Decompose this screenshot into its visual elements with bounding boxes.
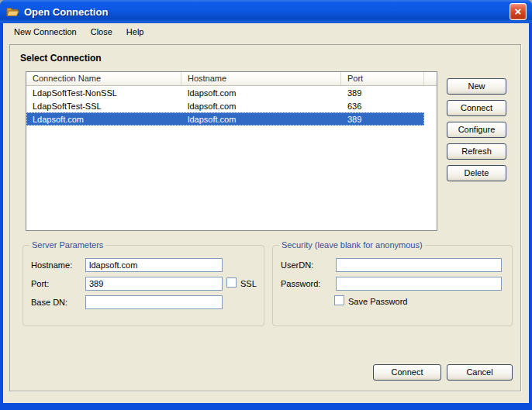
ssl-label: SSL xyxy=(240,279,257,288)
menu-help[interactable]: Help xyxy=(120,25,150,39)
new-button[interactable]: New xyxy=(447,78,506,95)
cell-port: 636 xyxy=(341,102,424,111)
table-row-selected[interactable]: Ldapsoft.com ldapsoft.com 389 xyxy=(26,112,424,126)
column-header-filler xyxy=(424,72,437,85)
table-row[interactable]: LdapSoftTest-NonSSL ldapsoft.com 389 xyxy=(26,86,424,99)
open-connection-dialog: Open Connection × New Connection Close H… xyxy=(0,0,532,410)
refresh-button[interactable]: Refresh xyxy=(447,143,506,160)
connect-side-button[interactable]: Connect xyxy=(447,100,506,116)
password-label: Password: xyxy=(281,279,320,288)
save-password-checkbox[interactable] xyxy=(334,295,344,305)
cell-connection-name: LdapSoftTest-NonSSL xyxy=(26,88,181,98)
security-group: Security (leave blank for anonymous) Use… xyxy=(272,245,513,326)
server-parameters-group: Server Parameters Hostname: Port: SSL Ba… xyxy=(22,245,264,326)
cell-hostname: ldapsoft.com xyxy=(181,115,341,124)
userdn-label: UserDN: xyxy=(281,260,313,270)
server-parameters-title: Server Parameters xyxy=(29,240,105,250)
ssl-checkbox[interactable] xyxy=(226,277,237,288)
cell-port: 389 xyxy=(341,88,424,98)
configure-button[interactable]: Configure xyxy=(447,122,506,138)
panel-title: Select Connection xyxy=(20,53,102,64)
cell-hostname: ldapsoft.com xyxy=(181,102,341,111)
password-field[interactable] xyxy=(336,277,502,291)
cell-port: 389 xyxy=(341,115,424,124)
base-dn-label: Base DN: xyxy=(31,298,67,307)
dialog-body: New Connection Close Help Select Connect… xyxy=(3,23,529,403)
column-header-port[interactable]: Port xyxy=(341,72,424,85)
menu-close[interactable]: Close xyxy=(85,25,119,39)
column-header-hostname[interactable]: Hostname xyxy=(181,72,341,85)
hostname-label: Hostname: xyxy=(31,260,72,270)
base-dn-field[interactable] xyxy=(85,295,223,309)
title-bar[interactable]: Open Connection × xyxy=(0,0,532,23)
table-row[interactable]: LdapSoftTest-SSL ldapsoft.com 636 xyxy=(26,99,424,112)
menu-bar: New Connection Close Help xyxy=(3,23,529,40)
port-field[interactable] xyxy=(85,277,223,291)
close-icon: × xyxy=(515,5,522,17)
connect-button[interactable]: Connect xyxy=(373,364,441,381)
select-connection-panel: Select Connection Connection Name Hostna… xyxy=(9,44,521,391)
delete-button[interactable]: Delete xyxy=(447,165,506,181)
hostname-field[interactable] xyxy=(85,258,223,272)
cell-hostname: ldapsoft.com xyxy=(181,88,341,98)
cancel-button[interactable]: Cancel xyxy=(447,364,513,381)
save-password-label: Save Password xyxy=(348,297,407,306)
window-title: Open Connection xyxy=(24,6,108,18)
port-label: Port: xyxy=(31,279,49,288)
close-button[interactable]: × xyxy=(510,3,527,20)
security-title: Security (leave blank for anonymous) xyxy=(279,240,425,250)
cell-connection-name: Ldapsoft.com xyxy=(26,115,181,124)
userdn-field[interactable] xyxy=(336,258,502,272)
cell-connection-name: LdapSoftTest-SSL xyxy=(26,102,181,111)
connections-table[interactable]: Connection Name Hostname Port LdapSoftTe… xyxy=(26,71,437,231)
table-header: Connection Name Hostname Port xyxy=(26,72,437,86)
column-header-connection-name[interactable]: Connection Name xyxy=(26,72,181,85)
open-folder-icon xyxy=(6,6,19,17)
menu-new-connection[interactable]: New Connection xyxy=(8,25,83,39)
